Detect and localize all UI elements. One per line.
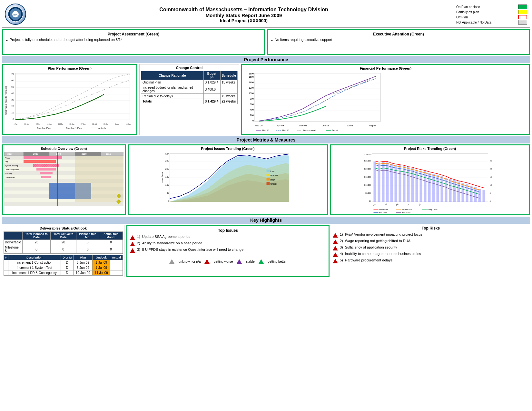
svg-text:Actuals: Actuals bbox=[98, 127, 106, 129]
out-desc-0: Increment 1 Construction bbox=[8, 260, 61, 265]
top-risks-title: Top Risks bbox=[333, 226, 529, 230]
deliverables-title: Deliverables Status/Outlook bbox=[4, 226, 123, 230]
out-num-1 bbox=[4, 265, 8, 270]
out-num-2 bbox=[4, 270, 8, 276]
svg-text:Apr-09: Apr-09 bbox=[277, 124, 284, 127]
svg-text:20: 20 bbox=[11, 105, 14, 107]
legend-item-2: Off Plan bbox=[456, 15, 527, 19]
cc-schedule-1 bbox=[220, 85, 237, 94]
svg-rect-185 bbox=[483, 190, 485, 202]
svg-rect-102 bbox=[24, 160, 56, 163]
svg-text:$15,000: $15,000 bbox=[364, 176, 371, 178]
out-plan-0: 5-Jun-09 bbox=[74, 260, 93, 265]
financial-chart: 0 200 400 600 800 1000 1200 1400 1600 18… bbox=[243, 72, 528, 133]
risk-num-0: 1) bbox=[340, 232, 343, 236]
out-outlook-1: 1-Jul-09 bbox=[93, 265, 110, 270]
svg-rect-180 bbox=[462, 183, 464, 202]
svg-text:30: 30 bbox=[11, 99, 14, 101]
svg-text:Training: Training bbox=[5, 172, 12, 174]
del-name-0: Deliverable bbox=[4, 240, 23, 245]
out-actual-0 bbox=[110, 260, 123, 265]
risk-item-3: 4) Inability to come to agreement on bus… bbox=[333, 252, 529, 257]
cc-budget-1: $ 400.0 bbox=[203, 85, 220, 94]
svg-text:200: 200 bbox=[165, 168, 169, 170]
risk-triangle-3 bbox=[333, 252, 338, 257]
title-line1: Commonwealth of Massachusetts – Informat… bbox=[31, 7, 456, 13]
legend-label-3: Not Applicable / No Data bbox=[456, 21, 516, 24]
svg-text:10: 10 bbox=[11, 112, 14, 114]
svg-text:Jul-09: Jul-09 bbox=[347, 124, 353, 127]
svg-text:50: 50 bbox=[167, 192, 169, 194]
svg-rect-94 bbox=[4, 202, 123, 206]
issue-item-2: 3) If UIFPDS stays in existence Quest in… bbox=[130, 248, 326, 253]
risk-item-4: 5) Hardware procurement delays bbox=[333, 258, 529, 263]
out-col-num: # bbox=[4, 255, 8, 260]
svg-rect-168 bbox=[411, 168, 414, 202]
risk-text-4: Hardware procurement delays bbox=[345, 258, 392, 262]
svg-rect-72 bbox=[4, 152, 24, 156]
del-col-actual: Total Actual to Date bbox=[51, 232, 76, 240]
cc-col-budget: Buget $K bbox=[203, 71, 220, 80]
del-col-planned-mo: Planned this Mo. bbox=[76, 232, 99, 240]
risk-triangle-0 bbox=[333, 233, 338, 238]
svg-text:0: 0 bbox=[168, 200, 169, 202]
financial-performance-box: Financial Performance (Green) 0 200 400 … bbox=[241, 64, 530, 135]
cc-col-schedule: Schedule bbox=[220, 71, 237, 80]
risk-item-0: 1) IV&V Vendor involvement impacting pro… bbox=[333, 232, 529, 238]
legend-worse: = getting worse bbox=[204, 259, 233, 264]
svg-text:Phase: Phase bbox=[5, 157, 11, 159]
svg-text:15: 15 bbox=[490, 176, 492, 178]
out-actual-2 bbox=[110, 270, 123, 276]
out-outlook-2: 14-Jul-09 bbox=[93, 270, 110, 276]
legend-unknown-label: = unknown or n/a bbox=[176, 260, 201, 263]
bullet-icon-2: • bbox=[271, 38, 273, 43]
issue-num-1: 2) bbox=[137, 241, 140, 245]
cc-row-3: Totals $ 1,429.4 22 weeks bbox=[141, 99, 238, 104]
svg-rect-105 bbox=[36, 168, 56, 171]
svg-text:Low: Low bbox=[271, 170, 275, 172]
issue-text-1: Ability to standardize on a base period bbox=[142, 241, 202, 245]
svg-text:1600: 1600 bbox=[249, 76, 254, 78]
title-line3: Ideal Project (XXX000) bbox=[31, 18, 456, 23]
svg-text:Plan #2: Plan #2 bbox=[282, 129, 290, 132]
svg-text:250: 250 bbox=[165, 160, 169, 162]
bullet-icon: • bbox=[6, 38, 8, 43]
del-row-1: Milestone $ 0 0 0 0 bbox=[4, 245, 123, 254]
svg-rect-110 bbox=[75, 156, 123, 202]
triangle-purple-icon bbox=[237, 259, 242, 264]
svg-text:2008: 2008 bbox=[33, 153, 38, 155]
cc-budget-3: $ 1,429.4 bbox=[203, 99, 220, 104]
schedule-overview-box: Schedule Overview (Green) 2007 2008 2009… bbox=[2, 144, 126, 215]
svg-text:1800: 1800 bbox=[249, 73, 254, 75]
out-col-desc: Description bbox=[8, 255, 61, 260]
legend-box-2 bbox=[518, 15, 527, 19]
svg-text:$0: $0 bbox=[369, 200, 371, 202]
svg-text:Aug-09: Aug-09 bbox=[369, 124, 376, 127]
svg-text:27-Jun: 27-Jun bbox=[81, 123, 86, 125]
svg-text:50: 50 bbox=[11, 86, 14, 88]
svg-text:1000: 1000 bbox=[249, 92, 254, 94]
key-highlights-center: Top Issues 1) Update SSA Agreement perio… bbox=[126, 225, 330, 277]
executive-attention-text: No items requiring executive support bbox=[275, 38, 332, 42]
svg-text:Apr: Apr bbox=[384, 203, 387, 206]
cc-col-rationale: Change Rationale bbox=[141, 71, 204, 80]
cc-budget-2 bbox=[203, 94, 220, 99]
project-performance-header: Project Performance bbox=[2, 56, 530, 63]
svg-text:$20,000: $20,000 bbox=[364, 168, 371, 170]
svg-text:18-Apr: 18-Apr bbox=[24, 123, 29, 125]
assessment-row: Project Assessment (Green) • Project is … bbox=[2, 29, 530, 55]
svg-text:2011: 2011 bbox=[106, 153, 111, 155]
svg-text:Jun-09: Jun-09 bbox=[322, 124, 329, 127]
cc-rationale-1: Incresed budget for plan and sched chang… bbox=[141, 85, 204, 94]
svg-rect-170 bbox=[420, 171, 422, 202]
plan-performance-chart: 0 10 20 30 40 50 60 70 bbox=[4, 72, 135, 130]
del-col-actual-mo: Actual this Month bbox=[99, 232, 123, 240]
svg-text:$30,000: $30,000 bbox=[364, 153, 371, 155]
svg-rect-173 bbox=[432, 174, 435, 202]
legend-item-3: Not Applicable / No Data bbox=[456, 20, 527, 24]
project-assessment-content: • Project is fully on schedule and on bu… bbox=[6, 38, 261, 43]
svg-rect-182 bbox=[470, 186, 473, 202]
del-col-planned: Total Planned to Date bbox=[22, 232, 50, 240]
out-dm-2: D bbox=[61, 270, 73, 276]
svg-text:2010: 2010 bbox=[82, 153, 87, 155]
